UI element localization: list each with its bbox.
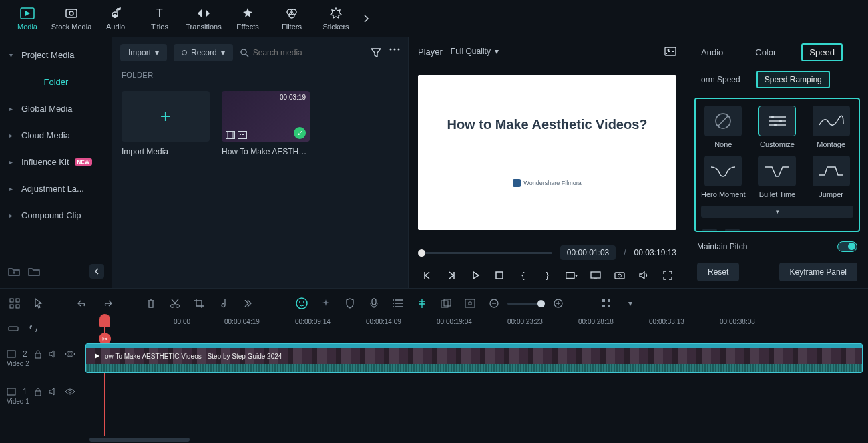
playhead[interactable]: ✂ <box>104 318 105 436</box>
timeline-unlink-icon[interactable] <box>28 324 39 333</box>
freeze-icon[interactable] <box>725 229 740 232</box>
split-icon[interactable] <box>168 297 182 310</box>
sidebar-adjustment-layer[interactable]: ▸ Adjustment La... <box>0 175 112 202</box>
sidebar-cloud-media[interactable]: ▸ Cloud Media <box>0 122 112 148</box>
music-icon[interactable] <box>216 297 230 310</box>
tab-audio[interactable]: Audio <box>694 45 730 60</box>
eye-icon[interactable] <box>65 388 75 395</box>
subtab-uniform[interactable]: orm Speed <box>694 72 747 87</box>
camera-icon[interactable] <box>614 269 626 281</box>
prev-frame-icon[interactable] <box>421 269 433 281</box>
preset-none[interactable]: None <box>701 106 746 149</box>
tab-speed[interactable]: Speed <box>801 43 843 61</box>
tab-stock-media[interactable]: Stock Media <box>49 0 93 37</box>
zoom-in-icon[interactable] <box>552 297 565 310</box>
lock-icon[interactable] <box>34 349 42 359</box>
search-input[interactable] <box>253 48 364 57</box>
sidebar-folder[interactable]: Folder <box>0 68 112 95</box>
timeline-link-icon[interactable] <box>8 324 19 333</box>
ai-icon[interactable] <box>295 297 308 310</box>
tab-color[interactable]: Color <box>748 45 783 60</box>
tab-media[interactable]: Media <box>5 0 49 37</box>
folder-icon[interactable] <box>28 267 40 276</box>
preset-customize[interactable]: Customize <box>755 106 800 149</box>
dup-icon[interactable] <box>439 297 453 310</box>
zoom-slider[interactable] <box>507 303 545 305</box>
fullscreen-icon[interactable] <box>662 269 674 281</box>
media-clip[interactable]: 00:03:19 ✓ How To Make AESTHE... <box>222 91 310 156</box>
marker-icon[interactable] <box>415 297 429 310</box>
cursor-tool-icon[interactable] <box>32 297 45 310</box>
add-keyframe-icon[interactable] <box>702 229 717 232</box>
svg-point-25 <box>774 124 777 126</box>
mic-icon[interactable] <box>367 297 381 310</box>
sparkle-icon[interactable] <box>319 297 333 310</box>
filter-icon[interactable] <box>371 48 381 57</box>
canvas-text: How to Make Aesthetic Videos? <box>447 117 647 132</box>
tab-titles[interactable]: T Titles <box>138 0 182 37</box>
tab-transitions[interactable]: Transitions <box>182 0 226 37</box>
lock-icon[interactable] <box>34 387 42 396</box>
preset-montage[interactable]: Montage <box>809 106 853 149</box>
sidebar-influence-kit[interactable]: ▸ Influence Kit NEW <box>0 148 112 175</box>
svg-point-35 <box>303 301 304 303</box>
subtab-ramping[interactable]: Speed Ramping <box>756 71 830 88</box>
mute-icon[interactable] <box>49 350 58 358</box>
sidebar-global-media[interactable]: ▸ Global Media <box>0 95 112 122</box>
toolbar-next[interactable] <box>358 0 374 37</box>
sidebar-label: Project Media <box>21 50 74 60</box>
import-media-tile[interactable]: + Import Media <box>122 91 210 156</box>
pointer-tool-icon[interactable] <box>8 297 21 310</box>
redo-icon[interactable] <box>100 297 114 310</box>
timeline-clip[interactable]: ow To Make AESTHETIC Videos - Step by St… <box>85 343 863 373</box>
step-back-icon[interactable] <box>445 269 457 281</box>
svg-point-15 <box>668 49 670 51</box>
stop-icon[interactable] <box>493 269 505 281</box>
quality-label: Full Quality <box>451 47 491 56</box>
mute-icon[interactable] <box>49 388 58 396</box>
zoom-out-icon[interactable] <box>487 297 501 310</box>
new-folder-icon[interactable] <box>8 267 20 276</box>
play-icon[interactable] <box>469 269 481 281</box>
list-icon[interactable] <box>391 297 405 310</box>
mark-out-icon[interactable]: } <box>541 269 554 281</box>
sidebar-project-media[interactable]: ▾ Project Media <box>0 41 112 68</box>
more-icon[interactable] <box>389 48 400 57</box>
crop-icon[interactable] <box>192 297 206 310</box>
frame-icon[interactable] <box>463 297 477 310</box>
track-num: 2 <box>23 349 27 359</box>
preset-bullet-time[interactable]: Bullet Time <box>755 156 800 199</box>
pitch-toggle[interactable] <box>837 241 857 252</box>
reset-button[interactable]: Reset <box>697 263 739 281</box>
keyframe-panel-button[interactable]: Keyframe Panel <box>779 263 857 281</box>
seek-bar[interactable] <box>418 252 552 254</box>
grid-view-icon[interactable] <box>600 297 613 310</box>
ratio-icon[interactable]: ▾ <box>566 269 578 281</box>
tab-audio[interactable]: Audio <box>93 0 138 37</box>
tab-stickers[interactable]: Stickers <box>314 0 358 37</box>
preset-jumper[interactable]: Jumper <box>809 156 853 199</box>
quality-select[interactable]: Full Quality ▾ <box>451 47 499 56</box>
undo-icon[interactable] <box>76 297 89 310</box>
display-icon[interactable] <box>590 269 602 281</box>
snapshot-icon[interactable] <box>664 47 676 56</box>
mark-in-icon[interactable]: { <box>517 269 529 281</box>
shield-icon[interactable] <box>343 297 357 310</box>
chevron-down-icon: ▾ <box>221 48 225 57</box>
view-dropdown-icon[interactable]: ▾ <box>624 297 637 310</box>
preset-hero-moment[interactable]: Hero Moment <box>701 156 746 199</box>
sidebar-compound-clip[interactable]: ▸ Compound Clip <box>0 202 112 229</box>
tab-filters[interactable]: Filters <box>270 0 314 37</box>
button-label: Import <box>128 48 151 57</box>
expand-presets[interactable]: ▾ <box>701 206 853 218</box>
tab-effects[interactable]: Effects <box>226 0 270 37</box>
zoom-control <box>487 297 565 310</box>
more-tools-icon[interactable] <box>240 297 254 310</box>
record-button[interactable]: Record ▾ <box>174 44 233 61</box>
import-button[interactable]: Import ▾ <box>120 44 167 61</box>
volume-icon[interactable] <box>638 269 650 281</box>
delete-icon[interactable] <box>144 297 158 310</box>
eye-icon[interactable] <box>65 351 75 357</box>
horizontal-scrollbar[interactable] <box>85 436 868 443</box>
collapse-sidebar[interactable] <box>89 264 104 279</box>
